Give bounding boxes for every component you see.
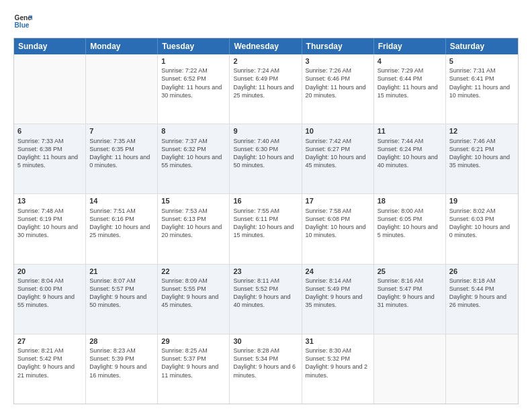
logo-icon: General Blue [13,12,32,31]
sun-info: Sunrise: 8:25 AM Sunset: 5:37 PM Dayligh… [161,347,226,379]
day-header-tuesday: Tuesday [158,38,230,54]
sun-info: Sunrise: 7:35 AM Sunset: 6:35 PM Dayligh… [89,137,154,170]
calendar-cell: 12Sunrise: 7:46 AM Sunset: 6:21 PM Dayli… [446,124,518,193]
calendar-cell: 11Sunrise: 7:44 AM Sunset: 6:24 PM Dayli… [374,124,446,193]
sun-info: Sunrise: 7:22 AM Sunset: 6:52 PM Dayligh… [161,66,226,99]
calendar-cell [86,54,158,124]
calendar-cell: 15Sunrise: 7:53 AM Sunset: 6:13 PM Dayli… [158,194,230,263]
sun-info: Sunrise: 8:23 AM Sunset: 5:39 PM Dayligh… [89,347,154,379]
day-number: 27 [17,336,82,346]
day-number: 2 [233,56,298,66]
sun-info: Sunrise: 8:09 AM Sunset: 5:55 PM Dayligh… [161,277,226,310]
day-number: 22 [161,267,226,276]
sun-info: Sunrise: 8:21 AM Sunset: 5:42 PM Dayligh… [17,347,82,379]
calendar-cell [374,334,446,404]
calendar-cell: 13Sunrise: 7:48 AM Sunset: 6:19 PM Dayli… [14,194,86,263]
day-number: 1 [161,56,226,66]
calendar-cell: 23Sunrise: 8:11 AM Sunset: 5:52 PM Dayli… [230,265,302,334]
day-number: 13 [17,196,82,205]
svg-text:Blue: Blue [15,21,30,29]
day-number: 26 [449,267,515,276]
logo: General Blue [13,12,34,31]
calendar-cell: 18Sunrise: 8:00 AM Sunset: 6:05 PM Dayli… [374,194,446,263]
sun-info: Sunrise: 8:18 AM Sunset: 5:44 PM Dayligh… [449,277,515,310]
calendar-cell: 24Sunrise: 8:14 AM Sunset: 5:49 PM Dayli… [302,265,374,334]
calendar-week-2: 6Sunrise: 7:33 AM Sunset: 6:38 PM Daylig… [14,124,518,193]
calendar-cell: 16Sunrise: 7:55 AM Sunset: 6:11 PM Dayli… [230,194,302,263]
sun-info: Sunrise: 8:07 AM Sunset: 5:57 PM Dayligh… [89,277,154,310]
calendar-cell: 3Sunrise: 7:26 AM Sunset: 6:46 PM Daylig… [302,54,374,124]
sun-info: Sunrise: 7:48 AM Sunset: 6:19 PM Dayligh… [17,207,82,240]
calendar-cell [14,54,86,124]
day-number: 29 [161,336,226,346]
day-header-sunday: Sunday [14,38,86,54]
sun-info: Sunrise: 8:02 AM Sunset: 6:03 PM Dayligh… [449,207,515,240]
calendar-cell: 1Sunrise: 7:22 AM Sunset: 6:52 PM Daylig… [158,54,230,124]
calendar-cell: 10Sunrise: 7:42 AM Sunset: 6:27 PM Dayli… [302,124,374,193]
sun-info: Sunrise: 8:16 AM Sunset: 5:47 PM Dayligh… [378,277,442,310]
day-number: 15 [161,196,226,205]
sun-info: Sunrise: 8:11 AM Sunset: 5:52 PM Dayligh… [233,277,298,310]
day-number: 11 [378,126,442,136]
day-number: 30 [233,336,298,346]
calendar-cell: 14Sunrise: 7:51 AM Sunset: 6:16 PM Dayli… [86,194,158,263]
day-number: 20 [17,267,82,276]
sun-info: Sunrise: 7:26 AM Sunset: 6:46 PM Dayligh… [306,66,370,99]
day-number: 25 [378,267,442,276]
day-header-saturday: Saturday [446,38,518,54]
calendar-week-3: 13Sunrise: 7:48 AM Sunset: 6:19 PM Dayli… [14,193,518,263]
sun-info: Sunrise: 7:24 AM Sunset: 6:49 PM Dayligh… [233,66,298,99]
calendar-week-1: 1Sunrise: 7:22 AM Sunset: 6:52 PM Daylig… [14,54,518,124]
calendar: SundayMondayTuesdayWednesdayThursdayFrid… [13,38,519,404]
day-header-thursday: Thursday [302,38,374,54]
calendar-cell: 5Sunrise: 7:31 AM Sunset: 6:41 PM Daylig… [446,54,518,124]
calendar-cell: 4Sunrise: 7:29 AM Sunset: 6:44 PM Daylig… [374,54,446,124]
header: General Blue [13,12,519,31]
calendar-page: General Blue SundayMondayTuesdayWednesda… [0,0,532,411]
sun-info: Sunrise: 7:37 AM Sunset: 6:32 PM Dayligh… [161,137,226,170]
calendar-cell: 26Sunrise: 8:18 AM Sunset: 5:44 PM Dayli… [446,265,518,334]
day-number: 7 [89,126,154,136]
calendar-cell [446,334,518,404]
calendar-week-5: 27Sunrise: 8:21 AM Sunset: 5:42 PM Dayli… [14,334,518,404]
day-number: 18 [378,196,442,205]
day-number: 6 [17,126,82,136]
sun-info: Sunrise: 7:44 AM Sunset: 6:24 PM Dayligh… [378,137,442,170]
calendar-week-4: 20Sunrise: 8:04 AM Sunset: 6:00 PM Dayli… [14,264,518,334]
calendar-cell: 6Sunrise: 7:33 AM Sunset: 6:38 PM Daylig… [14,124,86,193]
day-number: 31 [306,336,370,346]
calendar-cell: 17Sunrise: 7:58 AM Sunset: 6:08 PM Dayli… [302,194,374,263]
calendar-cell: 21Sunrise: 8:07 AM Sunset: 5:57 PM Dayli… [86,265,158,334]
calendar-cell: 19Sunrise: 8:02 AM Sunset: 6:03 PM Dayli… [446,194,518,263]
calendar-cell: 20Sunrise: 8:04 AM Sunset: 6:00 PM Dayli… [14,265,86,334]
calendar-cell: 30Sunrise: 8:28 AM Sunset: 5:34 PM Dayli… [230,334,302,404]
sun-info: Sunrise: 7:42 AM Sunset: 6:27 PM Dayligh… [306,137,370,170]
sun-info: Sunrise: 8:00 AM Sunset: 6:05 PM Dayligh… [378,207,442,240]
day-number: 10 [306,126,370,136]
sun-info: Sunrise: 7:46 AM Sunset: 6:21 PM Dayligh… [449,137,515,170]
day-number: 23 [233,267,298,276]
calendar-cell: 25Sunrise: 8:16 AM Sunset: 5:47 PM Dayli… [374,265,446,334]
calendar-body: 1Sunrise: 7:22 AM Sunset: 6:52 PM Daylig… [14,54,518,404]
day-number: 9 [233,126,298,136]
day-header-wednesday: Wednesday [230,38,302,54]
day-number: 19 [449,196,515,205]
calendar-cell: 29Sunrise: 8:25 AM Sunset: 5:37 PM Dayli… [158,334,230,404]
sun-info: Sunrise: 7:31 AM Sunset: 6:41 PM Dayligh… [449,66,515,99]
calendar-cell: 2Sunrise: 7:24 AM Sunset: 6:49 PM Daylig… [230,54,302,124]
calendar-cell: 31Sunrise: 8:30 AM Sunset: 5:32 PM Dayli… [302,334,374,404]
sun-info: Sunrise: 7:53 AM Sunset: 6:13 PM Dayligh… [161,207,226,240]
sun-info: Sunrise: 7:55 AM Sunset: 6:11 PM Dayligh… [233,207,298,240]
calendar-cell: 7Sunrise: 7:35 AM Sunset: 6:35 PM Daylig… [86,124,158,193]
day-number: 28 [89,336,154,346]
calendar-cell: 9Sunrise: 7:40 AM Sunset: 6:30 PM Daylig… [230,124,302,193]
day-number: 14 [89,196,154,205]
sun-info: Sunrise: 8:28 AM Sunset: 5:34 PM Dayligh… [233,347,298,379]
sun-info: Sunrise: 8:04 AM Sunset: 6:00 PM Dayligh… [17,277,82,310]
day-number: 17 [306,196,370,205]
sun-info: Sunrise: 7:40 AM Sunset: 6:30 PM Dayligh… [233,137,298,170]
day-number: 24 [306,267,370,276]
sun-info: Sunrise: 7:33 AM Sunset: 6:38 PM Dayligh… [17,137,82,170]
sun-info: Sunrise: 7:58 AM Sunset: 6:08 PM Dayligh… [306,207,370,240]
day-number: 16 [233,196,298,205]
